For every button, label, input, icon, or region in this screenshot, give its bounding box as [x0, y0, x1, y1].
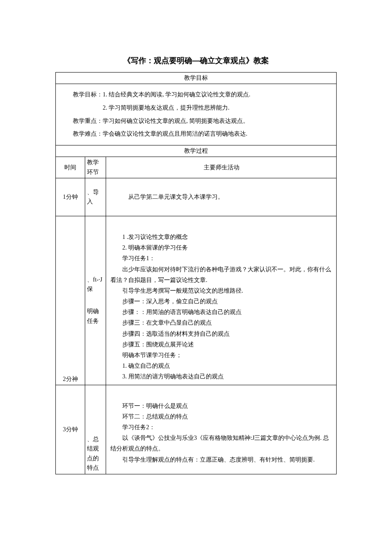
- lesson-table: 教学目标 教学目标：1. 结合经典文本的阅读, 学习如何确立议论性文章的观点. …: [55, 72, 337, 474]
- activity-line: 以《谈骨气》公技业与乐业3《应有格物致知精神:J三篇文章的中心论点为例. 总结分…: [110, 433, 333, 454]
- col-time-header: 时间: [56, 157, 85, 178]
- activity-line: 环节二：总结观点的特点: [110, 411, 333, 422]
- activity-line: 步骤三：在文章中凸显自己的观点: [110, 317, 333, 328]
- activity-line: 3. 用简洁的谙方明确地表达自己的观点: [110, 371, 333, 382]
- activity-line: 2. 明确本留课的学习任务: [110, 242, 333, 253]
- activity-line: 明确本节课学习任务；: [110, 350, 333, 360]
- activity-line: 引导学生理解观点的特点有：立愿正确、态度辨明、有针对性、简明扼要.: [110, 454, 333, 465]
- activity-line: 步骤一：深入思考，偷立自己的观点: [110, 296, 333, 307]
- step-cell: 、导入: [85, 178, 106, 216]
- activity-line: 学习任务1：: [110, 253, 333, 264]
- step-cell: 、总结观点的特点: [85, 385, 106, 474]
- step-label: 明确任务: [87, 307, 104, 326]
- activity-line: 出少年应该如何对待时下流行的各种电子游戏？大家认识不一。对此，你有什么看法？自拟…: [110, 264, 333, 285]
- activity-text: 从己学第二单元课文导入本课学习。: [110, 192, 333, 202]
- activity-line: 步骤：：用简油的语言明确地表达自己的观点: [110, 307, 333, 317]
- goals-line: 2. 学习简明扼要地友达观点，提升理性思辨能力.: [73, 102, 332, 115]
- goals-cell: 教学目标：1. 结合经典文本的阅读, 学习如何确立议论性文章的观点. 2. 学习…: [56, 84, 337, 145]
- step-cell: 、ft-·J保 明确任务: [85, 216, 106, 385]
- goals-line: 教学难点：学会确立议论性文章的观点且用简洁的诺言明确地表达.: [73, 128, 332, 141]
- time-cell: 3分钟: [56, 385, 85, 474]
- process-header: 教学过程: [56, 145, 337, 157]
- page-title: 《写作：观点要明确—确立文章观点》教案: [55, 55, 337, 66]
- activity-line: 步骤五：围绕观点展开论述: [110, 339, 333, 350]
- activity-line: 环节一：明确什么是观点: [110, 401, 333, 411]
- activity-line: 步骤四：选取适当的材料支持自己的观点: [110, 328, 333, 339]
- time-cell: 2分神: [56, 216, 85, 385]
- goals-line: 教学目标：1. 结合经典文本的阅读, 学习如何确立议论性文章的观点.: [73, 88, 332, 102]
- goals-header: 教学目标: [56, 73, 337, 84]
- time-cell: 1分钟: [56, 178, 85, 216]
- activity-cell: 环节一：明确什么是观点 环节二：总结观点的特点 学习任务2： 以《谈骨气》公技业…: [106, 385, 337, 474]
- col-step-header: 教学环节: [85, 157, 106, 178]
- activity-line: 1. 确立自己的观点: [110, 360, 333, 371]
- step-label: 、ft-·J保: [87, 275, 104, 294]
- activity-line: 1 .发习议论性文章的概念: [110, 232, 333, 242]
- activity-line: 引导学生思考撰写一般规范议论文的思维路径.: [110, 285, 333, 296]
- goals-line: 教学重点：学习如何确立议论性文章的观点, 简明扼要地表达观点。: [73, 115, 332, 128]
- activity-cell: 1 .发习议论性文章的概念 2. 明确本留课的学习任务 学习任务1： 出少年应该…: [106, 216, 337, 385]
- activity-line: 学习任务2：: [110, 422, 333, 433]
- col-activity-header: 主要师生活动: [106, 157, 337, 178]
- activity-cell: 从己学第二单元课文导入本课学习。: [106, 178, 337, 216]
